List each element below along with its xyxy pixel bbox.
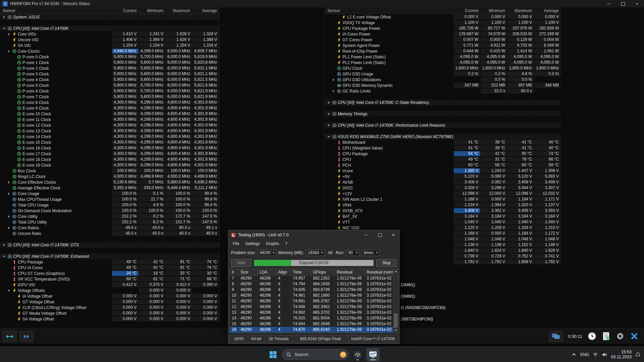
- linx-minimize-button[interactable]: [360, 230, 372, 240]
- sensor-row[interactable]: GT Media Voltage Offset0.000 V0.000 V0.0…: [0, 310, 219, 316]
- sensor-row[interactable]: On-Demand Clock Modulation100.0 %100.0 %…: [0, 208, 219, 214]
- scrollbar-thumb[interactable]: [394, 313, 397, 327]
- sensor-row[interactable]: Core Usage100.0 %0.1 %100.0 %99.4 %: [0, 191, 219, 196]
- sensor-row[interactable]: IVR Atom L2 Cluster 11.168 V0.000 V1.184…: [325, 196, 561, 202]
- sensor-row[interactable]: CPU GT Cores (Graphics)24 °C18 °C33 °C30…: [0, 270, 219, 276]
- speaker-icon[interactable]: [602, 352, 607, 357]
- sensor-row[interactable]: Memory Timings: [325, 111, 561, 117]
- sensor-row[interactable]: E-core 13 Clock4,300.0 MHz4,299.0 MHz4,6…: [0, 128, 219, 134]
- sensor-row[interactable]: E-core 19 Clock4,300.0 MHz4,299.0 MHz4,6…: [0, 162, 219, 168]
- sensor-row[interactable]: P-core 6 Clock5,900.0 MHz5,700.0 MHz6,00…: [0, 88, 219, 94]
- sensor-row[interactable]: 3VSB_ATX3.408 V3.392 V3.408 V3.393 V: [325, 208, 561, 214]
- column-header[interactable]: Average: [192, 8, 219, 13]
- expand-chevron-icon[interactable]: [2, 243, 6, 247]
- sensor-row[interactable]: GPU D3D Usage0.2 %0.2 %4.6 %0.3 %: [325, 71, 561, 77]
- taskbar-app-hwinfo[interactable]: [351, 348, 364, 361]
- expand-chevron-icon[interactable]: [7, 226, 11, 230]
- sensor-row[interactable]: Vcore1.385 V1.243 V1.447 V1.306 V: [325, 168, 561, 174]
- sensor-row[interactable]: IA Voltage Offset0.000 V0.000 V0.000 V0.…: [0, 293, 219, 299]
- bell-icon[interactable]: [635, 352, 641, 357]
- sensor-row[interactable]: Average Effective Clock5,392.4 MHz333.0 …: [0, 185, 219, 191]
- sensor-row[interactable]: CPU Package49 °C42 °C91 °C74 °C: [0, 259, 219, 265]
- column-header[interactable]: Minimum: [139, 8, 165, 13]
- column-header[interactable]: Maximum: [165, 8, 192, 13]
- sensor-row[interactable]: E-core 17 Clock4,300.0 MHz4,299.0 MHz4,6…: [0, 151, 219, 157]
- sensor-row[interactable]: Ring/LLC Clock4,500.0 MHz4,498.9 MHz4,50…: [0, 174, 219, 179]
- results-row[interactable]: 94629046296474.835883.67391.921276e-093.…: [230, 287, 398, 293]
- expand-chevron-icon[interactable]: [331, 77, 336, 82]
- menu-item-graphs[interactable]: Graphs: [263, 240, 282, 247]
- sensor-row[interactable]: E-core 12 Clock4,300.0 MHz4,299.0 MHz4,6…: [0, 122, 219, 128]
- sensor-row[interactable]: Max CPU/Thread Usage100.0 %21.7 %100.0 %…: [0, 196, 219, 202]
- sensor-row[interactable]: Uncore VID1.406 V1.364 V1.426 V1.389 V: [0, 37, 219, 43]
- sensor-row[interactable]: VR VCC Temperature (SVID)68 °C61 °C71 °C…: [0, 276, 219, 282]
- sensor-row[interactable]: SA VID1.154 V1.154 V1.154 V1.154 V: [0, 43, 219, 48]
- expand-chevron-icon[interactable]: [7, 32, 11, 36]
- sensor-row[interactable]: P-core 4 Clock5,900.0 MHz5,600.0 MHz6,00…: [0, 77, 219, 82]
- column-header[interactable]: Maximum: [507, 8, 534, 13]
- column-header[interactable]: Average: [534, 8, 561, 13]
- collapse-chevron-icon[interactable]: [7, 49, 11, 53]
- sensor-row[interactable]: GPU D3D Memory Dynamic347 MB322 MB397 MB…: [325, 82, 561, 88]
- sensor-row[interactable]: VIN41.224 V1.064 V1.320 V1.137 V: [325, 202, 561, 208]
- sensor-row[interactable]: E-core 15 Clock4,300.0 MHz4,299.0 MHz4,6…: [0, 139, 219, 145]
- sensor-row[interactable]: Total CPU Utility152.2 %8.2 %152.7 %147.…: [0, 219, 219, 225]
- menu-item-settings[interactable]: Settings: [242, 240, 263, 247]
- sensor-row[interactable]: GT Voltage Offset0.000 V0.000 V0.000 V0.…: [0, 299, 219, 305]
- column-header[interactable]: Minimum: [480, 8, 507, 13]
- results-column-header[interactable]: Residual (norm.): [365, 269, 394, 276]
- sensor-row[interactable]: iGPU VID0.412 V0.375 V0.412 V0.390 V: [0, 282, 219, 288]
- sensor-row[interactable]: Core VIDs1.410 V1.241 V1.526 V1.328 V: [0, 31, 219, 37]
- maximize-button[interactable]: [616, 0, 630, 7]
- scroll-down-icon[interactable]: [393, 328, 398, 333]
- memory-input[interactable]: 16384: [306, 250, 325, 256]
- sensor-row[interactable]: E-core 18 Clock4,300.0 MHz4,299.0 MHz4,6…: [0, 157, 219, 162]
- sensor-row[interactable]: Core Effective Clocks5,130.6 MHz3.7 MHz5…: [0, 179, 219, 185]
- sensor-row[interactable]: CPU [#0]: Intel Core i7-14700K: Enhanced: [0, 253, 219, 259]
- sensor-row[interactable]: Motherboard41 °C39 °C41 °C40 °C: [325, 139, 561, 145]
- menu-item-help[interactable]: ?: [282, 240, 290, 247]
- sensor-row[interactable]: CPU (Weighted Value)41 °C39 °C41 °C40 °C: [325, 145, 561, 151]
- stop-button[interactable]: Stop: [376, 259, 396, 267]
- sensor-row[interactable]: P-core 2 Clock5,900.0 MHz5,600.0 MHz6,00…: [0, 65, 219, 71]
- results-column-header[interactable]: Size: [238, 269, 258, 276]
- results-column-header[interactable]: Align: [276, 269, 291, 276]
- sensor-row[interactable]: PL2 Power Limit (Static)4,095.0 W4,095.0…: [325, 60, 561, 65]
- sensor-row[interactable]: E-core 14 Clock4,300.0 MHz4,299.0 MHz4,6…: [0, 134, 219, 139]
- search-box[interactable]: Search: [282, 349, 349, 360]
- results-row[interactable]: 134629046296474.692885.37021.921276e-093…: [230, 310, 398, 315]
- sensor-row[interactable]: P-core 3 Clock5,900.0 MHz5,600.0 MHz6,00…: [0, 71, 219, 77]
- sensor-row[interactable]: PL1 Power Limit (Static)4,095.0 W4,095.0…: [325, 54, 561, 60]
- sensor-row[interactable]: P-core 7 Clock5,900.0 MHz5,600.0 MHz6,00…: [0, 94, 219, 100]
- start-button[interactable]: [266, 348, 280, 361]
- sensor-row[interactable]: Total CPU Usage100.0 %4.8 %100.0 %99.4 %: [0, 202, 219, 208]
- results-column-header[interactable]: GFlops: [311, 269, 335, 276]
- analog-clock-icon[interactable]: [588, 332, 596, 341]
- sensor-row[interactable]: CPU Package54 °C42 °C90 °C74 °C: [325, 151, 561, 157]
- sensor-row[interactable]: AVSB3.408 V3.392 V3.408 V3.408 V: [325, 179, 561, 185]
- linx-maximize-button[interactable]: [374, 230, 385, 240]
- chevron-up-icon[interactable]: [571, 352, 577, 357]
- sensor-row[interactable]: CPU [#0]: Intel Core i7-14700K: Performa…: [325, 122, 561, 128]
- sensor-row[interactable]: CPU [#0]: Intel Core i7-14700K: [0, 25, 219, 31]
- run-mode-select[interactable]: times: [362, 250, 380, 256]
- sensor-row[interactable]: CPU IA Cores49 °C42 °C91 °C74 °C: [0, 265, 219, 270]
- results-column-header[interactable]: LDA: [258, 269, 276, 276]
- start-button[interactable]: Start: [231, 259, 251, 267]
- close-button[interactable]: ×: [630, 0, 644, 7]
- expand-chevron-icon[interactable]: [331, 89, 336, 93]
- language-indicator[interactable]: ENG: [580, 352, 589, 357]
- column-header[interactable]: Sensor: [325, 8, 453, 13]
- sensor-row[interactable]: ASUS ROG MAXIMUS Z790 DARK HERO (Nuvoton…: [325, 134, 561, 139]
- report-icon[interactable]: [602, 332, 610, 341]
- column-header[interactable]: Current: [453, 8, 480, 13]
- wifi-icon[interactable]: [593, 352, 598, 357]
- collapse-chevron-icon[interactable]: [7, 288, 11, 293]
- sensor-row[interactable]: L2 E-core Voltage Offset0.000 V0.000 V0.…: [325, 14, 561, 20]
- results-row[interactable]: 124629046296474.948882.34621.921276e-093…: [230, 304, 398, 310]
- clock-tray[interactable]: 15:53 03.11.2023: [611, 350, 632, 360]
- sensor-row[interactable]: Bus Clock100.0 MHz100.0 MHz100.0 MHz100.…: [0, 168, 219, 174]
- sensor-row[interactable]: OC Ratio Limits32.0 x60.0 x: [325, 88, 561, 94]
- sensor-row[interactable]: E-core 11 Clock4,300.0 MHz4,299.0 MHz4,6…: [0, 117, 219, 122]
- taskbar-app-linx[interactable]: [366, 348, 380, 361]
